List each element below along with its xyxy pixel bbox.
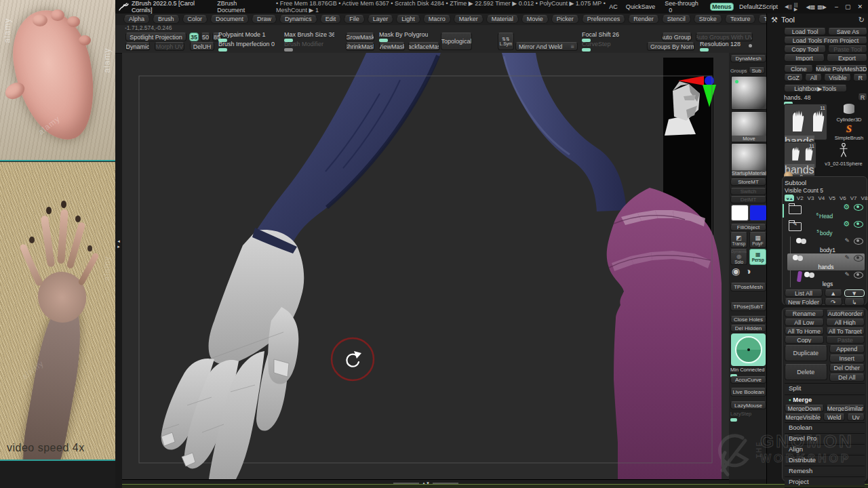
menu-item[interactable]: Picker — [551, 15, 579, 24]
panel-refresh-icon[interactable]: ↻ — [859, 16, 865, 24]
polyf-button[interactable]: ▦ PolyF — [749, 232, 766, 248]
menu-item[interactable]: Render — [628, 15, 659, 24]
simplebrush-tool[interactable]: S SimpleBrush — [831, 123, 867, 141]
eye-icon[interactable] — [854, 204, 863, 211]
subtool-view-tab[interactable]: V5 — [827, 195, 837, 201]
subtool-item-body1[interactable]: ✎ body1 — [790, 237, 865, 253]
tool-r-button[interactable]: R — [858, 94, 867, 101]
new-folder-button[interactable]: New Folder — [785, 298, 823, 306]
subtool-view-tab[interactable]: V8 — [860, 195, 868, 201]
brush-icon[interactable]: ✎ — [844, 271, 850, 278]
lazystep-slider[interactable]: LazyStep — [730, 411, 766, 418]
focal-shift-slider[interactable]: Focal Shift 26 — [582, 31, 640, 38]
menu-item[interactable]: Stencil — [662, 15, 691, 24]
append-button[interactable]: Append — [829, 345, 865, 353]
eye-icon[interactable] — [854, 221, 863, 228]
all-to-target-button[interactable]: All To Target — [826, 327, 865, 335]
sub-groups-button[interactable]: Sub — [749, 67, 765, 74]
viewmask-button[interactable]: ViewMask — [379, 42, 405, 51]
mergevisible-button[interactable]: MergeVisible — [785, 413, 821, 421]
minimize-button[interactable]: – — [835, 3, 838, 10]
menu-item[interactable]: Edit — [320, 15, 342, 24]
split-section[interactable]: Split — [785, 383, 865, 392]
mask-by-polygroups-slider[interactable]: Mask By Polygroups 0 — [379, 31, 428, 38]
rename-button[interactable]: Rename — [785, 310, 824, 317]
lightbox-tools-button[interactable]: Lightbox▶Tools — [784, 85, 847, 92]
all-low-button[interactable]: All Low — [785, 319, 824, 326]
make-polymesh3d-button[interactable]: Make PolyMesh3D — [815, 65, 867, 73]
active-tool-thumbnail[interactable]: 11 hands — [784, 104, 827, 140]
subtool-down-button[interactable]: ▼ — [844, 289, 865, 297]
dynamic-button[interactable]: Dynamic — [125, 42, 150, 51]
visible-count-slider[interactable]: Visible Count 5 — [785, 187, 863, 194]
local-symmetry-button[interactable]: ⇅⇅ L.Sym — [498, 33, 514, 50]
subtool-view-tab[interactable]: V2 — [795, 195, 805, 201]
max-brush-size-slider[interactable]: Max Brush Size 3600 — [284, 31, 334, 38]
all-high-button[interactable]: All High — [826, 319, 865, 326]
tposemesh-button[interactable]: TPoseMesh — [730, 283, 766, 291]
shrinkmask-button[interactable]: ShrinkMask — [346, 42, 374, 51]
ac-button[interactable]: AC — [609, 3, 618, 10]
scroll-left-icon[interactable]: ◂ — [117, 239, 120, 244]
brush-modifier-slider[interactable]: Brush Modifier — [284, 41, 344, 47]
del-other-button[interactable]: Del Other — [829, 364, 865, 372]
move-out-folder-button[interactable]: ↳ — [844, 298, 865, 306]
pivot-icon[interactable]: ◉ — [732, 266, 740, 277]
growmask-button[interactable]: GrowMask — [346, 33, 374, 41]
menu-item[interactable]: Brush — [153, 15, 180, 24]
storemt-button[interactable]: StoreMT — [730, 178, 766, 186]
alpha-thumbnail[interactable] — [731, 76, 767, 110]
close-holes-button[interactable]: Close Holes — [730, 316, 766, 323]
menus-toggle[interactable]: Menus — [710, 3, 734, 11]
delete-button[interactable]: Delete — [785, 364, 827, 380]
sidebar-scroll-arrows[interactable]: ◂ ▸ — [115, 239, 122, 249]
purple-body[interactable] — [607, 188, 722, 479]
gear-icon[interactable]: ⚙ — [843, 220, 850, 227]
paste-button[interactable]: Paste — [826, 336, 865, 344]
dynamesh-button[interactable]: DynaMesh — [730, 55, 766, 62]
goz-visible-button[interactable]: Visible — [824, 74, 851, 81]
tpose-subt-button[interactable]: TPose|SubT — [730, 302, 766, 311]
groups-by-normals-button[interactable]: Groups By Normals — [647, 42, 694, 51]
sphere-tool[interactable]: v3_02-01Sphere — [821, 143, 867, 167]
save-as-button[interactable]: Save As — [828, 28, 867, 35]
subtool-view-tab[interactable]: V6 — [838, 195, 848, 201]
weld-button[interactable]: Weld — [823, 413, 845, 421]
menu-item[interactable]: Dynamics — [279, 15, 317, 24]
quicksave-button[interactable]: QuickSave — [626, 3, 656, 10]
menu-item[interactable]: Macro — [423, 15, 451, 24]
load-tool-button[interactable]: Load Tool — [784, 28, 826, 35]
load-tools-from-project-button[interactable]: Load Tools From Project — [784, 37, 867, 44]
mergesimilar-button[interactable]: MergeSimilar — [826, 405, 865, 412]
clone-button[interactable]: Clone — [784, 65, 813, 73]
list-all-button[interactable]: List All — [785, 289, 823, 297]
active-tool-slider[interactable]: hands. 48 — [784, 94, 856, 101]
bevel-pro-section[interactable]: Bevel Pro — [785, 433, 865, 442]
morph-uv-button[interactable]: Morph UV — [155, 42, 184, 51]
spotlight-projection-button[interactable]: Spotlight Projection — [125, 33, 186, 41]
resolution-slider[interactable]: Resolution 128 — [700, 41, 743, 47]
subtool-item-hands-selected[interactable]: ✎ hands — [787, 253, 865, 270]
remesh-section[interactable]: Remesh — [785, 466, 865, 474]
subtool-view-tab[interactable]: V4 — [816, 195, 826, 201]
copy-button[interactable]: Copy — [785, 336, 824, 344]
del-all-button[interactable]: Del All — [829, 373, 865, 382]
auto-groups-button[interactable]: Auto Groups — [662, 33, 692, 41]
insert-button[interactable]: Insert — [829, 354, 865, 363]
paste-tool-button[interactable]: Paste Tool — [828, 45, 867, 53]
brush-icon[interactable]: ✎ — [844, 237, 850, 244]
sleeve-right[interactable] — [502, 53, 627, 211]
persp-button[interactable]: ▦ Persp — [749, 249, 766, 265]
menu-item[interactable]: Movie — [521, 15, 549, 24]
menu-item[interactable]: Layer — [368, 15, 394, 24]
menu-item[interactable]: Marker — [454, 15, 484, 24]
menu-item[interactable]: Material — [486, 15, 519, 24]
copy-tool-button[interactable]: Copy Tool — [784, 45, 826, 53]
secondary-color-swatch[interactable] — [749, 205, 767, 221]
backfacemask-button[interactable]: BackfaceMask — [408, 42, 439, 51]
subtool-view-tab[interactable]: V7 — [849, 195, 859, 201]
sleeve-left[interactable] — [256, 53, 441, 245]
subtool-folder-head[interactable]: ⚙ 6Head — [785, 203, 865, 220]
polypaint-mode-slider[interactable]: Polypaint Mode 1 — [218, 31, 281, 38]
menu-item[interactable]: Color — [182, 15, 208, 24]
